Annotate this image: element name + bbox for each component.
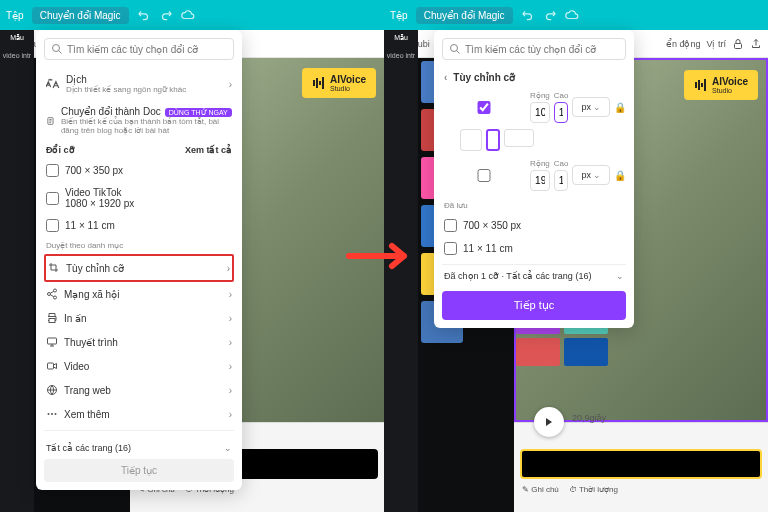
lock-icon[interactable]: 🔒	[614, 102, 626, 113]
svg-rect-18	[698, 80, 700, 90]
cloud-icon[interactable]	[565, 8, 579, 22]
chevron-right-icon: ›	[229, 79, 232, 90]
video-icon	[46, 360, 58, 372]
share-icon[interactable]	[750, 38, 762, 50]
svg-point-4	[53, 45, 60, 52]
redo-icon[interactable]	[543, 8, 557, 22]
svg-point-13	[48, 413, 50, 415]
svg-rect-3	[322, 77, 324, 89]
flow-arrow	[344, 241, 424, 271]
orient-landscape[interactable]	[504, 129, 534, 147]
svg-rect-10	[48, 338, 57, 344]
undo-icon[interactable]	[521, 8, 535, 22]
svg-point-6	[54, 289, 57, 292]
file-menu[interactable]: Tệp	[390, 10, 408, 21]
print-icon	[46, 312, 58, 324]
saved-11x11[interactable]: 11 × 11 cm	[442, 237, 626, 260]
search-icon	[51, 43, 63, 55]
timeline-track[interactable]	[520, 449, 762, 479]
unit-select[interactable]: px ⌄	[572, 97, 610, 117]
undo-icon[interactable]	[137, 8, 151, 22]
topbar: Tệp Chuyển đổi Magic	[0, 0, 384, 30]
width-input-1[interactable]	[530, 102, 550, 123]
size-checkbox-1[interactable]	[442, 101, 526, 114]
notes-button[interactable]: ✎ Ghi chú	[522, 485, 559, 494]
redo-icon[interactable]	[159, 8, 173, 22]
aivoice-badge: AIVoiceStudio	[684, 70, 758, 100]
wave-icon	[312, 76, 326, 90]
play-button[interactable]	[534, 407, 564, 437]
height-input-2[interactable]	[554, 170, 569, 191]
allpages-row[interactable]: Tất cả các trang (16)⌄	[44, 437, 234, 459]
timeline: 20,9giây ✎ Ghi chú ⏱ Thời lượng	[514, 422, 768, 512]
magic-convert-button[interactable]: Chuyển đổi Magic	[32, 7, 129, 24]
cat-social[interactable]: Mạng xã hội›	[44, 282, 234, 306]
chevron-left-icon: ‹	[444, 72, 447, 83]
summary-row[interactable]: Đã chọn 1 cỡ · Tất cả các trang (16)⌄	[442, 264, 626, 287]
crop-icon	[48, 262, 60, 274]
cat-more[interactable]: Xem thêm›	[44, 402, 234, 426]
cat-custom-size[interactable]: Tùy chỉnh cỡ›	[44, 254, 234, 282]
svg-rect-20	[704, 79, 706, 91]
file-menu[interactable]: Tệp	[6, 10, 24, 21]
more-icon	[46, 408, 58, 420]
lock-icon[interactable]	[732, 38, 744, 50]
svg-point-14	[51, 413, 53, 415]
cat-web[interactable]: Trang web›	[44, 378, 234, 402]
wave-icon	[694, 78, 708, 92]
search-input[interactable]	[442, 38, 626, 60]
translate-row[interactable]: DịchDịch thiết kế sang ngôn ngữ khác ›	[44, 68, 234, 100]
page-thumb[interactable]	[516, 338, 560, 366]
topbar: Tệp Chuyển đổi Magic	[384, 0, 768, 30]
svg-rect-17	[695, 82, 697, 88]
size-700x350[interactable]: 700 × 350 px	[44, 159, 234, 182]
search-input[interactable]	[44, 38, 234, 60]
cat-video[interactable]: Video›	[44, 354, 234, 378]
svg-rect-9	[49, 319, 55, 323]
presentation-icon	[46, 336, 58, 348]
continue-button[interactable]: Tiếp tục	[44, 459, 234, 482]
aivoice-badge: AIVoiceStudio	[302, 68, 376, 98]
size-11x11[interactable]: 11 × 11 cm	[44, 214, 234, 237]
timecode: 20,9giây	[572, 413, 606, 423]
sidebar: Mẫu video intr	[384, 30, 418, 512]
sidebar-tab-template[interactable]: Mẫu	[394, 34, 408, 42]
sidebar-tab-intro[interactable]: video intr	[387, 52, 415, 59]
svg-rect-0	[313, 80, 315, 86]
cat-presentation[interactable]: Thuyết trình›	[44, 330, 234, 354]
animate-button[interactable]: ển động	[666, 39, 701, 49]
resize-panel: DịchDịch thiết kế sang ngôn ngữ khác › C…	[36, 30, 242, 490]
search-icon	[449, 43, 461, 55]
page-thumb[interactable]	[564, 338, 608, 366]
sidebar-tab-intro[interactable]: video intr	[3, 52, 31, 59]
svg-rect-1	[316, 78, 318, 88]
svg-point-7	[48, 293, 51, 296]
cloud-icon[interactable]	[181, 8, 195, 22]
sidebar: Mẫu video intr	[0, 30, 34, 512]
docify-row[interactable]: Chuyển đổi thành DocDÙNG THỬ NGAYBiến th…	[44, 100, 234, 141]
doc-icon	[46, 114, 55, 128]
cat-print[interactable]: In ấn›	[44, 306, 234, 330]
svg-point-15	[55, 413, 57, 415]
sidebar-tab-template[interactable]: Mẫu	[10, 34, 24, 42]
position-button[interactable]: Vị trí	[706, 39, 726, 49]
unit-select[interactable]: px ⌄	[572, 165, 610, 185]
viewall-link[interactable]: Xem tất cả	[185, 145, 232, 155]
continue-button[interactable]: Tiếp tục	[442, 291, 626, 320]
orient-portrait[interactable]	[486, 129, 500, 151]
svg-point-21	[451, 45, 458, 52]
size-checkbox-2[interactable]	[442, 169, 526, 182]
custom-size-panel: ‹ Tùy chỉnh cỡ Rộng Cao px ⌄ 🔒 Rộng Cao …	[434, 30, 634, 328]
svg-rect-2	[319, 81, 321, 85]
duration-button[interactable]: ⏱ Thời lượng	[569, 485, 618, 494]
saved-700x350[interactable]: 700 × 350 px	[442, 214, 626, 237]
lock-icon[interactable]: 🔒	[614, 170, 626, 181]
height-input-1[interactable]	[554, 102, 569, 123]
globe-icon	[46, 384, 58, 396]
magic-convert-button[interactable]: Chuyển đổi Magic	[416, 7, 513, 24]
size-tiktok[interactable]: Video TikTok1080 × 1920 px	[44, 182, 234, 214]
back-button[interactable]: ‹ Tùy chỉnh cỡ	[442, 68, 626, 91]
svg-rect-16	[735, 43, 742, 48]
orient-square[interactable]	[460, 129, 482, 151]
width-input-2[interactable]	[530, 170, 550, 191]
